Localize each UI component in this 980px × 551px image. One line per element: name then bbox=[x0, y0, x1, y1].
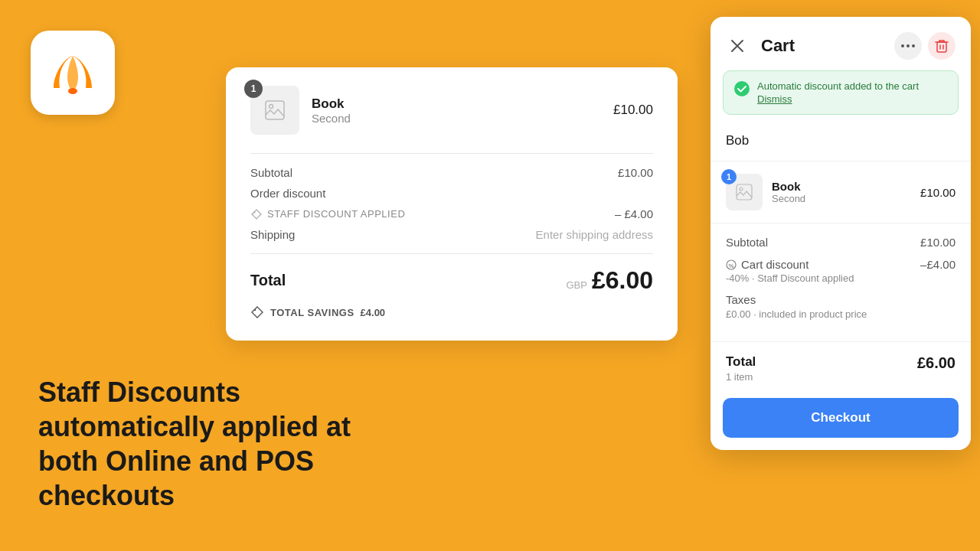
more-dots-icon bbox=[900, 44, 916, 48]
receipt-discount-tag-row: STAFF DISCOUNT APPLIED – £4.00 bbox=[250, 207, 653, 220]
cart-total-label: Total bbox=[726, 354, 756, 370]
receipt-order-discount-row: Order discount bbox=[250, 187, 653, 200]
cart-checkout-button[interactable]: Checkout bbox=[723, 398, 959, 438]
receipt-total-currency: GBP bbox=[566, 279, 586, 291]
cart-summary-taxes-row: Taxes £0.00 · included in product price bbox=[726, 293, 956, 320]
cart-notification-text: Automatic discount added to the cart Dis… bbox=[757, 80, 919, 105]
svg-point-4 bbox=[254, 309, 256, 311]
receipt-shipping-row: Shipping Enter shipping address bbox=[250, 228, 653, 241]
close-icon bbox=[730, 39, 744, 53]
trash-icon bbox=[935, 38, 949, 54]
cart-notification: Automatic discount added to the cart Dis… bbox=[723, 70, 959, 115]
receipt-discount-tag: STAFF DISCOUNT APPLIED bbox=[250, 208, 405, 220]
receipt-total-row: Total GBP £6.00 bbox=[250, 266, 653, 295]
cart-item-image-icon bbox=[736, 184, 753, 201]
receipt-total-value: GBP £6.00 bbox=[566, 266, 653, 295]
receipt-total-label: Total bbox=[250, 272, 286, 289]
svg-point-6 bbox=[906, 44, 910, 47]
cart-title: Cart bbox=[749, 36, 894, 56]
svg-point-5 bbox=[901, 44, 904, 47]
cart-customer-section: Bob bbox=[710, 124, 971, 161]
cart-customer-name: Bob bbox=[726, 133, 956, 148]
cart-summary-discount-row: % Cart discount -40% · Staff Discount ap… bbox=[726, 258, 956, 284]
cart-cart-discount-label: Cart discount bbox=[741, 258, 808, 271]
app-logo-icon bbox=[46, 50, 100, 96]
cart-items-section: 1 Book Second £10.00 bbox=[710, 161, 971, 223]
cart-item-subtitle: Second bbox=[772, 193, 911, 204]
svg-point-0 bbox=[68, 88, 77, 94]
receipt-subtotal-value: £10.00 bbox=[618, 166, 653, 179]
discount-tag-icon bbox=[250, 208, 263, 220]
cart-total-row: Total 1 item £6.00 bbox=[726, 354, 956, 383]
receipt-order-discount-label: Order discount bbox=[250, 187, 325, 200]
receipt-total-amount: £6.00 bbox=[592, 266, 653, 295]
receipt-subtotal-row: Subtotal £10.00 bbox=[250, 166, 653, 179]
cart-total-section: Total 1 item £6.00 bbox=[710, 342, 971, 392]
cart-header: Cart bbox=[710, 17, 971, 70]
cart-taxes-label: Taxes bbox=[726, 293, 756, 306]
cart-panel: Cart bbox=[710, 17, 971, 450]
cart-cart-discount-sub: -40% · Staff Discount applied bbox=[726, 272, 854, 284]
receipt-item-subtitle: Second bbox=[312, 112, 613, 125]
cart-delete-button[interactable] bbox=[928, 32, 956, 60]
receipt-item-badge: 1 bbox=[244, 80, 263, 98]
cart-taxes-label-group: Taxes £0.00 · included in product price bbox=[726, 293, 867, 320]
checkmark-icon bbox=[737, 86, 746, 93]
cart-item-badge: 1 bbox=[721, 169, 737, 184]
receipt-divider-2 bbox=[250, 253, 653, 254]
cart-summary-section: Subtotal £10.00 % Cart discount -40% · S… bbox=[710, 223, 971, 342]
receipt-divider-1 bbox=[250, 153, 653, 154]
cart-discount-icon: % bbox=[726, 259, 737, 270]
svg-point-7 bbox=[912, 44, 915, 47]
receipt-savings-value: £4.00 bbox=[361, 307, 386, 318]
cart-discount-label-group: % Cart discount -40% · Staff Discount ap… bbox=[726, 258, 854, 284]
svg-rect-8 bbox=[937, 42, 946, 52]
cart-total-label-group: Total 1 item bbox=[726, 354, 756, 383]
receipt-item-row: 1 Book Second £10.00 bbox=[250, 86, 653, 135]
receipt-card: 1 Book Second £10.00 Subtotal £10.00 Ord… bbox=[226, 67, 678, 341]
cart-notification-success-icon bbox=[734, 81, 750, 96]
receipt-item-name: Book bbox=[312, 96, 613, 112]
cart-taxes-sub: £0.00 · included in product price bbox=[726, 308, 867, 320]
svg-text:%: % bbox=[728, 262, 733, 269]
svg-point-10 bbox=[740, 187, 743, 191]
svg-rect-9 bbox=[737, 184, 752, 200]
receipt-shipping-value: Enter shipping address bbox=[536, 228, 653, 241]
cart-close-button[interactable] bbox=[726, 34, 749, 57]
cart-summary-subtotal-row: Subtotal £10.00 bbox=[726, 236, 956, 249]
savings-tag-icon bbox=[250, 305, 264, 319]
cart-item-info: Book Second bbox=[772, 180, 911, 204]
receipt-item-price: £10.00 bbox=[613, 103, 653, 118]
cart-notification-dismiss[interactable]: Dismiss bbox=[757, 93, 919, 105]
receipt-shipping-label: Shipping bbox=[250, 228, 295, 241]
cart-item-price: £10.00 bbox=[920, 186, 956, 199]
svg-point-2 bbox=[270, 105, 273, 109]
receipt-subtotal-label: Subtotal bbox=[250, 166, 292, 179]
cart-more-button[interactable] bbox=[894, 32, 922, 60]
app-icon bbox=[31, 31, 115, 115]
cart-summary-subtotal-label: Subtotal bbox=[726, 236, 768, 249]
receipt-savings-label: TOTAL SAVINGS bbox=[270, 307, 354, 318]
cart-cart-discount-value: –£4.00 bbox=[920, 258, 956, 271]
receipt-discount-value: – £4.00 bbox=[615, 207, 653, 220]
cart-item-row: 1 Book Second £10.00 bbox=[726, 174, 956, 210]
cart-actions bbox=[894, 32, 956, 60]
cart-total-sub: 1 item bbox=[726, 371, 756, 383]
receipt-item-info: Book Second bbox=[312, 96, 613, 125]
svg-point-3 bbox=[254, 211, 256, 213]
cart-summary-subtotal-value: £10.00 bbox=[920, 236, 956, 249]
cart-total-amount: £6.00 bbox=[917, 354, 956, 372]
cart-item-name: Book bbox=[772, 180, 911, 193]
receipt-savings-row: TOTAL SAVINGS £4.00 bbox=[250, 305, 653, 319]
receipt-image-icon bbox=[264, 99, 286, 121]
svg-rect-1 bbox=[266, 101, 284, 119]
marketing-text: Staff Discounts automatically applied at… bbox=[38, 375, 406, 513]
